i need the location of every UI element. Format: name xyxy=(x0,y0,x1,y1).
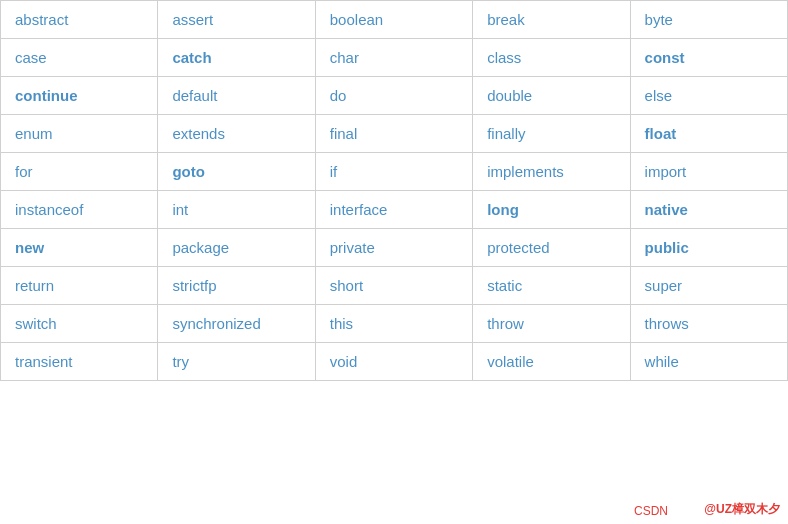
table-cell: extends xyxy=(158,115,315,153)
watermark: @UZ樟双木夕 xyxy=(704,501,780,518)
table-cell: try xyxy=(158,343,315,381)
watermark-csdn: CSDN xyxy=(634,504,668,518)
table-cell: short xyxy=(315,267,472,305)
table-cell: assert xyxy=(158,1,315,39)
table-cell: private xyxy=(315,229,472,267)
table-cell: while xyxy=(630,343,787,381)
table-cell: if xyxy=(315,153,472,191)
table-cell: super xyxy=(630,267,787,305)
table-cell: for xyxy=(1,153,158,191)
table-cell: throw xyxy=(473,305,630,343)
table-cell: char xyxy=(315,39,472,77)
table-cell: protected xyxy=(473,229,630,267)
table-cell: throws xyxy=(630,305,787,343)
table-cell: abstract xyxy=(1,1,158,39)
table-cell: return xyxy=(1,267,158,305)
table-cell: int xyxy=(158,191,315,229)
table-cell: public xyxy=(630,229,787,267)
table-cell: double xyxy=(473,77,630,115)
table-cell: byte xyxy=(630,1,787,39)
table-cell: class xyxy=(473,39,630,77)
table-cell: this xyxy=(315,305,472,343)
table-cell: case xyxy=(1,39,158,77)
table-cell: strictfp xyxy=(158,267,315,305)
table-cell: native xyxy=(630,191,787,229)
table-cell: goto xyxy=(158,153,315,191)
table-cell: transient xyxy=(1,343,158,381)
table-cell: long xyxy=(473,191,630,229)
table-cell: break xyxy=(473,1,630,39)
table-cell: static xyxy=(473,267,630,305)
table-cell: else xyxy=(630,77,787,115)
keywords-table: abstractassertbooleanbreakbytecasecatchc… xyxy=(0,0,788,381)
table-cell: import xyxy=(630,153,787,191)
table-cell: final xyxy=(315,115,472,153)
table-cell: boolean xyxy=(315,1,472,39)
keyword-table-container: abstractassertbooleanbreakbytecasecatchc… xyxy=(0,0,788,524)
table-cell: instanceof xyxy=(1,191,158,229)
table-cell: do xyxy=(315,77,472,115)
table-cell: enum xyxy=(1,115,158,153)
table-cell: interface xyxy=(315,191,472,229)
table-cell: synchronized xyxy=(158,305,315,343)
table-cell: package xyxy=(158,229,315,267)
table-cell: implements xyxy=(473,153,630,191)
table-cell: void xyxy=(315,343,472,381)
table-cell: finally xyxy=(473,115,630,153)
table-cell: default xyxy=(158,77,315,115)
table-cell: switch xyxy=(1,305,158,343)
table-cell: new xyxy=(1,229,158,267)
table-cell: const xyxy=(630,39,787,77)
table-cell: continue xyxy=(1,77,158,115)
table-cell: catch xyxy=(158,39,315,77)
table-cell: float xyxy=(630,115,787,153)
table-cell: volatile xyxy=(473,343,630,381)
